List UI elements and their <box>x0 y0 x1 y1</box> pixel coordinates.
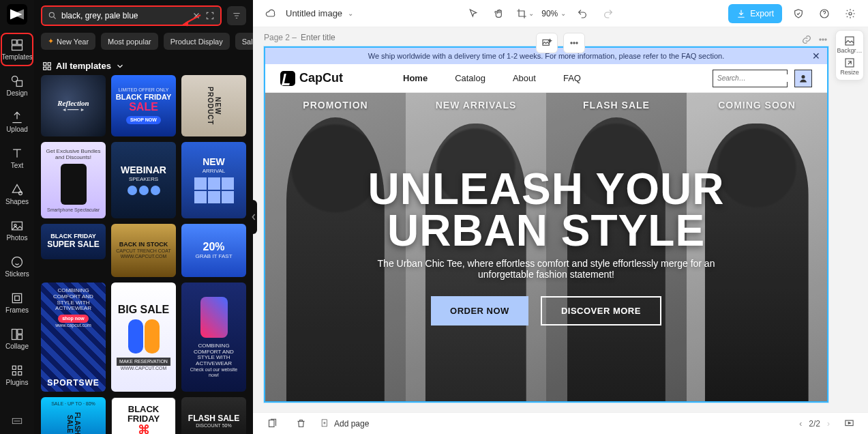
chip-most-popular[interactable]: Most popular <box>101 33 158 50</box>
rail-upload[interactable]: Upload <box>2 106 32 137</box>
add-page-button[interactable]: Add page <box>320 418 369 429</box>
template-card[interactable]: Reflection ◄ ━━━━ ► <box>41 75 106 136</box>
nav-links: Home Catalog About FAQ <box>403 73 581 83</box>
add-page-label: Add page <box>334 419 369 429</box>
template-card[interactable]: BIG SALE MAKE RESERVATION WWW.CAPCUT.COM <box>111 283 176 392</box>
nav-faq[interactable]: FAQ <box>563 73 581 83</box>
chip-sales-pro[interactable]: Sales Pro <box>235 33 253 50</box>
svg-point-32 <box>573 42 575 44</box>
rail-photos[interactable]: Photos <box>2 215 32 246</box>
page-frame[interactable]: We ship worldwide with a delivery time o… <box>264 46 828 403</box>
next-page-button[interactable]: › <box>827 419 830 429</box>
brand: CapCut <box>280 71 343 86</box>
template-card[interactable]: FLASH SALE DISCOUNT 50% <box>181 397 246 434</box>
canvas-more-button[interactable] <box>818 34 828 45</box>
help-button[interactable] <box>815 4 834 23</box>
cloud-sync-button[interactable] <box>261 4 280 23</box>
redo-button[interactable] <box>599 4 618 23</box>
delete-page-button[interactable] <box>291 414 310 433</box>
nav-about[interactable]: About <box>513 73 536 83</box>
ai-image-button[interactable] <box>536 33 558 53</box>
link-canvas-button[interactable] <box>801 34 812 45</box>
template-card[interactable]: SALE · UP TO · 80% FLASH SALE <box>41 397 106 434</box>
section-all-templates[interactable]: All templates <box>34 55 253 75</box>
account-button[interactable] <box>794 70 812 87</box>
tpl-title: WEBINAR <box>121 165 166 175</box>
prev-page-button[interactable]: ‹ <box>799 419 802 429</box>
templates-panel: ✦New Year Most popular Product Display S… <box>34 0 253 434</box>
banner-close-icon[interactable]: ✕ <box>812 50 820 61</box>
tpl-title: FLASH SALE <box>66 407 81 434</box>
template-card[interactable]: NEW ARRIVAL <box>181 142 246 218</box>
template-card[interactable]: COMBINING COMFORT AND STYLE WITH ACTIVEW… <box>181 283 246 392</box>
site-search-input[interactable] <box>717 74 804 82</box>
nav-catalog[interactable]: Catalog <box>455 73 485 83</box>
resize-tool[interactable]: Resize <box>840 57 859 76</box>
rail-text[interactable]: Text <box>2 143 32 173</box>
pages-view-button[interactable] <box>263 414 282 433</box>
template-card[interactable]: Get Exclusive Bundles and Discounts! Sma… <box>41 142 106 218</box>
capcut-logo-icon[interactable] <box>7 4 27 25</box>
template-card[interactable]: BLACK FRIDAY SUPER SALE <box>41 224 106 259</box>
search-box[interactable] <box>41 5 222 26</box>
rail-shapes[interactable]: Shapes <box>2 179 32 209</box>
clear-icon[interactable] <box>192 11 201 20</box>
tpl-title: BLACK <box>128 405 160 414</box>
zoom-level[interactable]: 90%⌄ <box>541 9 566 18</box>
template-card[interactable]: COMBINING COMFORT AND STYLE WITH ACTIVEW… <box>41 283 106 392</box>
settings-button[interactable] <box>841 4 860 23</box>
dock-label: Resize <box>840 69 859 76</box>
svg-rect-1 <box>18 40 23 45</box>
rail-bottom-button[interactable] <box>0 415 34 427</box>
svg-rect-16 <box>18 366 22 369</box>
tpl-title: 20% <box>203 241 224 253</box>
filter-button[interactable] <box>227 6 246 25</box>
template-card[interactable]: LIMITED OFFER ONLY BLACK FRIDAY SALE SHO… <box>111 75 176 136</box>
chip-new-year[interactable]: ✦New Year <box>41 33 95 50</box>
rail-design[interactable]: Design <box>2 70 32 101</box>
export-button[interactable]: Export <box>728 4 782 23</box>
order-now-button[interactable]: ORDER NOW <box>431 296 528 326</box>
chip-product-display[interactable]: Product Display <box>164 33 230 50</box>
document-title[interactable]: Untitled image <box>286 8 342 18</box>
rail-collage[interactable]: Collage <box>2 323 32 354</box>
tpl-pill: SHOP NOW <box>126 116 161 124</box>
tpl-overline: Get Exclusive Bundles and Discounts! <box>45 149 102 161</box>
svg-rect-2 <box>12 46 23 50</box>
template-card[interactable]: WEBINAR SPEAKERS <box>111 142 176 218</box>
chevron-down-icon[interactable]: ⌄ <box>348 10 353 17</box>
svg-rect-4 <box>16 81 22 86</box>
background-tool[interactable]: Backgr… <box>837 35 862 54</box>
hand-tool[interactable] <box>490 4 509 23</box>
search-icon <box>48 11 57 20</box>
undo-button[interactable] <box>573 4 592 23</box>
add-page-icon <box>320 418 330 429</box>
svg-rect-18 <box>18 372 22 375</box>
template-card[interactable]: NEW PRODUCT <box>181 75 246 136</box>
select-tool[interactable] <box>464 4 483 23</box>
cloud-icon <box>265 8 276 19</box>
scan-icon[interactable] <box>205 11 215 20</box>
rail-stickers[interactable]: Stickers <box>2 251 32 282</box>
shield-button[interactable] <box>789 4 808 23</box>
panel-collapse-handle[interactable] <box>250 200 257 234</box>
template-card[interactable]: BACK IN STOCK CAPCUT TRENCH COAT WWW.CAP… <box>111 224 176 277</box>
svg-point-34 <box>820 39 821 40</box>
template-card[interactable]: 20% GRAB IT FAST <box>181 224 246 277</box>
nav-home[interactable]: Home <box>403 73 428 83</box>
present-button[interactable] <box>839 414 858 433</box>
rail-frames[interactable]: Frames <box>2 287 32 318</box>
more-button[interactable] <box>563 33 585 53</box>
crop-tool[interactable]: ⌄ <box>515 4 535 23</box>
site-search-box[interactable] <box>713 70 788 87</box>
collage-icon <box>10 328 24 341</box>
rail-templates[interactable]: Templates <box>2 34 32 65</box>
site-header: CapCut Home Catalog About FAQ <box>265 64 827 93</box>
templates-icon <box>10 38 24 52</box>
template-card[interactable]: BLACK FRIDAY ⌘ <box>111 397 176 434</box>
search-input[interactable] <box>61 11 188 20</box>
rail-plugins[interactable]: Plugins <box>2 360 32 390</box>
discover-more-button[interactable]: DISCOVER MORE <box>541 296 661 326</box>
page-title-input[interactable] <box>301 33 355 42</box>
col-label: PROMOTION <box>265 100 406 111</box>
